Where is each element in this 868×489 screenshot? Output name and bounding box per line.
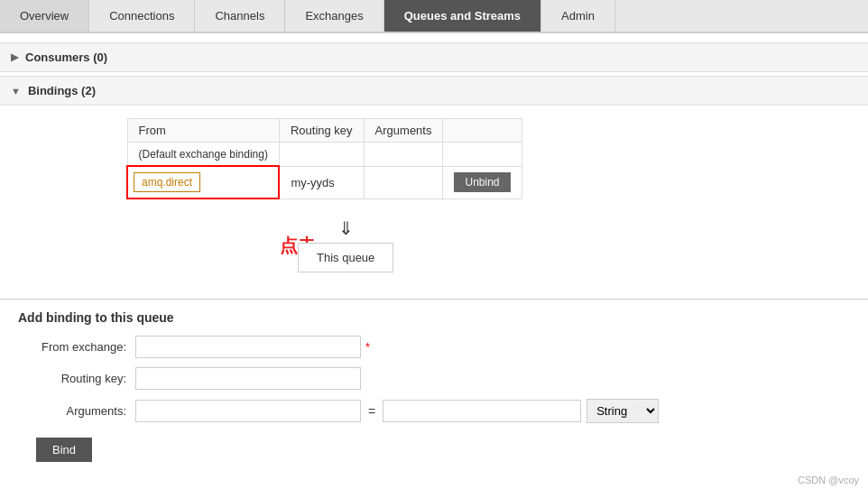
col-arguments: Arguments <box>364 119 443 143</box>
unbind-button[interactable]: Unbind <box>454 172 510 192</box>
tab-exchanges[interactable]: Exchanges <box>285 0 383 32</box>
main-content: ▶ Consumers (0) ▼ Bindings (2) From Rout… <box>0 33 868 482</box>
bindings-section-label: Bindings (2) <box>28 84 96 97</box>
bind-button-row: Bind <box>18 432 850 462</box>
arguments-label: Arguments: <box>18 404 135 418</box>
tab-bar: Overview Connections Channels Exchanges … <box>0 0 868 33</box>
equals-sign: = <box>368 404 375 419</box>
binding-from-default: (Default exchange binding) <box>127 143 279 167</box>
from-exchange-input[interactable] <box>135 336 361 358</box>
consumers-section-header[interactable]: ▶ Consumers (0) <box>0 42 868 72</box>
flow-area: 点击 ⇓ This queue <box>18 208 850 281</box>
binding-arguments-amq <box>364 166 443 198</box>
arguments-row: Arguments: = String Number Boolean <box>18 399 850 423</box>
down-arrow-icon: ⇓ <box>338 217 354 239</box>
required-star: * <box>365 340 370 354</box>
add-binding-section: Add binding to this queue From exchange:… <box>0 299 868 473</box>
from-exchange-row: From exchange: * <box>18 336 850 358</box>
binding-routing-key-amq: my-yyds <box>279 166 364 198</box>
tab-connections[interactable]: Connections <box>89 0 195 32</box>
binding-routing-key-default <box>279 143 364 167</box>
arguments-key-input[interactable] <box>135 400 361 422</box>
routing-key-input[interactable] <box>135 367 361 390</box>
arguments-value-input[interactable] <box>383 400 581 422</box>
col-from: From <box>127 119 279 143</box>
binding-arguments-default <box>364 143 443 167</box>
add-binding-title: Add binding to this queue <box>18 310 850 325</box>
consumers-arrow-icon: ▶ <box>11 51 18 63</box>
binding-row-default: (Default exchange binding) <box>127 143 522 167</box>
routing-key-label: Routing key: <box>18 372 135 385</box>
col-actions <box>443 119 522 143</box>
this-queue-button[interactable]: This queue <box>298 243 393 272</box>
binding-actions-default <box>443 143 522 167</box>
type-select[interactable]: String Number Boolean <box>586 399 659 423</box>
amq-direct-link[interactable]: amq.direct <box>134 172 200 192</box>
default-exchange-text: (Default exchange binding) <box>139 148 268 161</box>
consumers-section-label: Consumers (0) <box>25 51 107 64</box>
bindings-arrow-icon: ▼ <box>11 86 21 97</box>
routing-key-row: Routing key: <box>18 367 850 390</box>
arrow-queue-area: ⇓ This queue <box>298 217 393 272</box>
tab-overview[interactable]: Overview <box>0 0 89 32</box>
binding-actions-amq: Unbind <box>443 166 522 198</box>
tab-channels[interactable]: Channels <box>195 0 285 32</box>
bindings-section-header[interactable]: ▼ Bindings (2) <box>0 76 868 106</box>
binding-row-amq: amq.direct my-yyds Unbind <box>127 166 522 198</box>
bindings-table: From Routing key Arguments (Default exch… <box>126 118 522 199</box>
from-exchange-label: From exchange: <box>18 340 135 354</box>
tab-admin[interactable]: Admin <box>541 0 615 32</box>
tab-queues-and-streams[interactable]: Queues and Streams <box>384 0 541 32</box>
footer: CSDN @vcoy <box>798 475 859 485</box>
bindings-area: From Routing key Arguments (Default exch… <box>0 109 868 290</box>
bind-button[interactable]: Bind <box>36 438 92 462</box>
binding-from-amq: amq.direct <box>127 166 279 198</box>
col-routing-key: Routing key <box>279 119 364 143</box>
